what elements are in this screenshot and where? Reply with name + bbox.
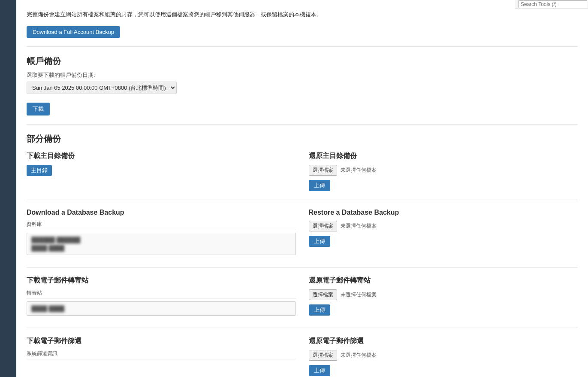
search-tools-input[interactable] <box>519 0 587 8</box>
restore-db-title: Restore a Database Backup <box>309 209 578 216</box>
home-dir-download-button[interactable]: 主目錄 <box>27 165 52 176</box>
account-backup-title: 帳戶備份 <box>27 55 578 67</box>
filter-row: 下載電子郵件篩選 系統篩還資訊 還原電子郵件篩選 選擇檔案 未選擇任何檔案 上傳 <box>27 337 578 376</box>
restore-db-col: Restore a Database Backup 選擇檔案 未選擇任何檔案 上… <box>309 209 578 258</box>
download-full-backup-button[interactable]: Download a Full Account Backup <box>27 26 120 38</box>
restore-forwarder-col: 還原電子郵件轉寄站 選擇檔案 未選擇任何檔案 上傳 <box>309 276 578 319</box>
restore-db-choose-btn[interactable]: 選擇檔案 <box>309 221 337 231</box>
forwarder-row: 下載電子郵件轉寄站 轉寄站 ████ ████ 還原電子郵件轉寄站 選擇檔案 未… <box>27 276 578 319</box>
restore-forwarder-choose-btn[interactable]: 選擇檔案 <box>309 289 337 300</box>
db-backup-row: Download a Database Backup 資料庫 ██████ ██… <box>27 209 578 258</box>
restore-forwarder-upload-btn[interactable]: 上傳 <box>309 304 330 316</box>
download-forwarder-col: 下載電子郵件轉寄站 轉寄站 ████ ████ <box>27 276 296 319</box>
restore-filter-title: 還原電子郵件篩選 <box>309 337 578 346</box>
restore-filter-no-file-text: 未選擇任何檔案 <box>341 352 377 359</box>
download-filter-title: 下載電子郵件篩選 <box>27 337 296 346</box>
restore-filter-choose-btn[interactable]: 選擇檔案 <box>309 350 337 361</box>
filter-sub-label: 系統篩還資訊 <box>27 350 296 359</box>
db-list-area: ██████ ██████ ████ ████ <box>27 233 296 255</box>
restore-forwarder-no-file-text: 未選擇任何檔案 <box>341 291 377 298</box>
db-item-1[interactable]: ██████ ██████ <box>31 236 291 244</box>
download-db-title: Download a Database Backup <box>27 209 296 216</box>
restore-forwarder-title: 還原電子郵件轉寄站 <box>309 276 578 285</box>
partial-backup-title: 部分備份 <box>27 133 578 145</box>
restore-home-no-file-text: 未選擇任何檔案 <box>341 167 377 174</box>
restore-db-file-row: 選擇檔案 未選擇任何檔案 <box>309 221 578 231</box>
main-content: 完整備份會建立網站所有檔案和組態的封存，您可以使用這個檔案將您的帳戶移到其他伺服… <box>16 0 588 377</box>
restore-home-col: 還原主目錄備份 選擇檔案 未選擇任何檔案 上傳 <box>309 152 578 191</box>
restore-filter-col: 還原電子郵件篩選 選擇檔案 未選擇任何檔案 上傳 <box>309 337 578 376</box>
restore-home-file-row: 選擇檔案 未選擇任何檔案 <box>309 165 578 176</box>
restore-filter-upload-btn[interactable]: 上傳 <box>309 365 330 376</box>
restore-db-no-file-text: 未選擇任何檔案 <box>341 222 377 230</box>
download-home-col: 下載主目錄備份 主目錄 <box>27 152 296 191</box>
divider-3 <box>27 200 578 200</box>
download-home-title: 下載主目錄備份 <box>27 152 296 161</box>
account-backup-date-select[interactable]: Sun Jan 05 2025 00:00:00 GMT+0800 (台北標準時… <box>27 82 177 94</box>
partial-backup-section: 部分備份 下載主目錄備份 主目錄 還原主目錄備份 選擇檔案 未選擇任何檔案 上傳… <box>27 133 578 376</box>
sidebar <box>0 0 16 377</box>
forwarder-list-area: ████ ████ <box>27 301 296 316</box>
restore-home-choose-btn[interactable]: 選擇檔案 <box>309 165 337 176</box>
intro-section: 完整備份會建立網站所有檔案和組態的封存，您可以使用這個檔案將您的帳戶移到其他伺服… <box>27 10 578 38</box>
db-item-2[interactable]: ████ ████ <box>31 244 291 252</box>
top-search-bar <box>515 0 588 9</box>
home-dir-row: 下載主目錄備份 主目錄 還原主目錄備份 選擇檔案 未選擇任何檔案 上傳 <box>27 152 578 191</box>
restore-forwarder-file-row: 選擇檔案 未選擇任何檔案 <box>309 289 578 300</box>
restore-db-upload-btn[interactable]: 上傳 <box>309 236 330 247</box>
divider-4 <box>27 267 578 268</box>
account-backup-label: 選取要下載的帳戶備份日期: <box>27 71 578 79</box>
download-filter-col: 下載電子郵件篩選 系統篩還資訊 <box>27 337 296 376</box>
forwarder-sub-label: 轉寄站 <box>27 289 296 299</box>
restore-home-upload-btn[interactable]: 上傳 <box>309 180 330 191</box>
account-backup-section: 帳戶備份 選取要下載的帳戶備份日期: Sun Jan 05 2025 00:00… <box>27 55 578 116</box>
intro-description: 完整備份會建立網站所有檔案和組態的封存，您可以使用這個檔案將您的帳戶移到其他伺服… <box>27 10 578 19</box>
divider-1 <box>27 46 578 47</box>
divider-5 <box>27 328 578 328</box>
account-backup-download-button[interactable]: 下載 <box>27 103 50 116</box>
divider-2 <box>27 124 578 125</box>
forwarder-item-1[interactable]: ████ ████ <box>31 304 291 313</box>
restore-home-title: 還原主目錄備份 <box>309 152 578 161</box>
download-forwarder-title: 下載電子郵件轉寄站 <box>27 276 296 285</box>
db-sub-label: 資料庫 <box>27 221 296 230</box>
restore-filter-file-row: 選擇檔案 未選擇任何檔案 <box>309 350 578 361</box>
download-db-col: Download a Database Backup 資料庫 ██████ ██… <box>27 209 296 258</box>
